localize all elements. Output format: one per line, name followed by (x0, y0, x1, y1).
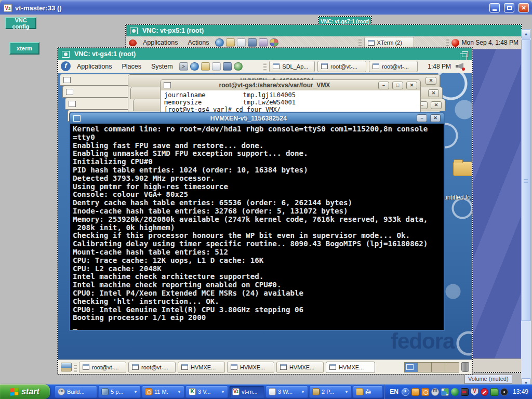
mail-icon[interactable] (411, 388, 419, 396)
gs4-window-menu-icon[interactable] (62, 51, 70, 58)
close-button[interactable]: ✕ (430, 114, 441, 122)
office-writer-icon[interactable] (212, 62, 221, 71)
hvmxen-v5-titlebar[interactable]: HVMXEN-v5_1156382524 – ✕ (70, 113, 444, 124)
gs4-clock[interactable]: 1:48 PM (428, 63, 451, 70)
gs4-task-button-sdl[interactable]: SDL_Ap... (269, 61, 315, 72)
screen-icon[interactable] (248, 38, 257, 47)
network-icon[interactable] (451, 388, 459, 396)
terminal-icon[interactable] (179, 62, 188, 71)
group-arrow-icon[interactable]: ▼ (344, 390, 349, 394)
close-button[interactable]: ✕ (518, 3, 529, 12)
task-button-folder[interactable]: 杂 (353, 385, 383, 398)
meter-icon[interactable] (500, 388, 508, 396)
xterm-button[interactable]: xterm (9, 42, 39, 55)
gs4-menu-system[interactable]: System (148, 63, 177, 70)
tray-clock[interactable]: 13:49 (513, 388, 528, 395)
vertical-scrollbar[interactable]: ▲ ▼ (521, 29, 531, 388)
px5-panel-handle2[interactable] (446, 38, 449, 47)
gs4-bottom-handle[interactable] (74, 363, 77, 372)
close-button[interactable]: ✕ (425, 77, 436, 85)
gs4-menu-applications[interactable]: Applications (73, 63, 115, 70)
task-button-p-group[interactable]: 2 P...▼ (309, 385, 352, 398)
vertical-scroll-thumb[interactable] (521, 39, 531, 321)
close-button[interactable]: ✕ (428, 89, 439, 97)
workspace-switcher[interactable] (404, 362, 459, 373)
bottom-task-button-1[interactable]: root@vt-... (79, 362, 126, 373)
web-browser-icon[interactable] (190, 62, 199, 71)
gs4-task-button-root2[interactable]: root@vt-... (369, 61, 418, 72)
bottom-task-button-6-active[interactable]: HVMXE... (326, 362, 375, 373)
m-app-icon[interactable] (431, 388, 439, 396)
minimize-button[interactable] (489, 3, 500, 12)
hvmxen-v5-terminal[interactable]: Kernel command line: ro root=/dev/hda1 r… (70, 124, 444, 330)
redhat-menu-icon[interactable] (129, 39, 137, 46)
alarm-clock-icon[interactable] (421, 388, 429, 396)
office-impress-icon[interactable] (270, 38, 278, 47)
px5-panel-handle[interactable] (358, 38, 362, 47)
group-arrow-icon[interactable]: ▼ (301, 390, 305, 394)
card-reader-icon[interactable] (461, 388, 469, 396)
screen-icon[interactable] (223, 62, 232, 71)
email-icon[interactable] (201, 62, 210, 71)
task-button-build[interactable]: Build... (55, 385, 97, 398)
paint-icon[interactable] (259, 38, 268, 47)
start-button[interactable]: start (0, 384, 50, 399)
gs4-restore-icon[interactable] (462, 51, 468, 57)
untitled-folder-label[interactable]: untitled fo (444, 194, 471, 201)
bottom-task-button-4[interactable]: HVMXE... (227, 362, 274, 373)
terminal-line: Inode-cache hash table entries: 32768 (o… (73, 207, 444, 216)
window-hvmxen-v5[interactable]: HVMXEN-v5_1156382524 – ✕ Kernel command … (69, 112, 445, 331)
maximize-button[interactable]: □ (392, 82, 403, 89)
gs4-task-button-root1[interactable]: root@vt-... (317, 61, 366, 72)
globe-icon[interactable] (234, 62, 243, 71)
workspace-1-active[interactable] (405, 363, 418, 372)
task-button-kvm-group[interactable]: 3 V...▼ (185, 385, 228, 398)
px5-window-menu-icon[interactable] (130, 28, 138, 34)
antivirus-shield-icon[interactable] (471, 388, 478, 396)
usb-icon[interactable] (490, 388, 498, 396)
gs4-menu-places[interactable]: Places (118, 63, 145, 70)
group-arrow-icon[interactable]: ▼ (134, 390, 138, 394)
minimize-button[interactable]: – (417, 114, 427, 122)
group-arrow-icon[interactable]: ▼ (177, 390, 181, 394)
trash-icon[interactable] (461, 362, 469, 372)
task-button-notepad-group[interactable]: 3 W...▼ (265, 385, 308, 398)
vnc-config-button[interactable]: VNC config (5, 17, 36, 29)
language-indicator[interactable]: EN (390, 388, 398, 395)
vnc-viewer-titlebar[interactable]: V2 vt-master:33 () ✕ (0, 0, 532, 15)
workspace-3[interactable] (432, 363, 445, 372)
show-desktop-icon[interactable] (61, 363, 72, 371)
task-button-putty-group[interactable]: 5 p...▼ (98, 385, 141, 398)
gs4-titlebar[interactable]: VNC: vt-gs4:1 (root) (58, 48, 472, 60)
window-icon (164, 82, 171, 88)
maximize-button[interactable] (504, 3, 514, 12)
scroll-up-button[interactable]: ▲ (521, 29, 531, 38)
minimize-button[interactable]: – (378, 82, 389, 89)
untitled-folder-icon[interactable] (453, 162, 472, 176)
task-button-vtmaster-active[interactable]: vt-m... (229, 385, 264, 398)
bottom-task-button-5[interactable]: HVMXE... (276, 362, 324, 373)
workspace-2[interactable] (418, 363, 432, 372)
bottom-task-button-2[interactable]: root@vt-... (128, 362, 176, 373)
email-icon[interactable] (226, 38, 235, 47)
alert-ball-icon[interactable] (451, 39, 459, 47)
px5-menu-applications[interactable]: Applications (139, 39, 181, 46)
close-button[interactable]: ✕ (431, 101, 442, 109)
group-arrow-icon[interactable]: ▼ (221, 390, 225, 394)
task-button-clock-group[interactable]: 11 M.▼ (142, 385, 184, 398)
px5-menu-actions[interactable]: Actions (184, 39, 212, 46)
hidden-icons-chevron[interactable] (402, 388, 409, 396)
bottom-task-button-3[interactable]: HVMXE... (178, 362, 225, 373)
web-browser-icon[interactable] (215, 38, 224, 47)
no-entry-icon[interactable] (481, 388, 488, 396)
messenger-icon[interactable] (441, 388, 449, 396)
four-vmx-titlebar[interactable]: root@vt-gs4:/share/xvs/var/four_VMX – □ … (161, 80, 420, 90)
gs4-panel-handle[interactable] (263, 62, 267, 71)
workspace-4[interactable] (445, 363, 459, 372)
close-button[interactable]: ✕ (406, 82, 417, 89)
px5-clock[interactable]: Mon Sep 4, 1:48 PM (462, 39, 518, 46)
fedora-menu-icon[interactable]: f (61, 61, 71, 71)
px5-xterm-task-button[interactable]: XTerm (2) (364, 37, 414, 48)
office-writer-icon[interactable] (237, 38, 246, 47)
px5-titlebar[interactable]: VNC: vt-px5:1 (root) (126, 25, 521, 36)
